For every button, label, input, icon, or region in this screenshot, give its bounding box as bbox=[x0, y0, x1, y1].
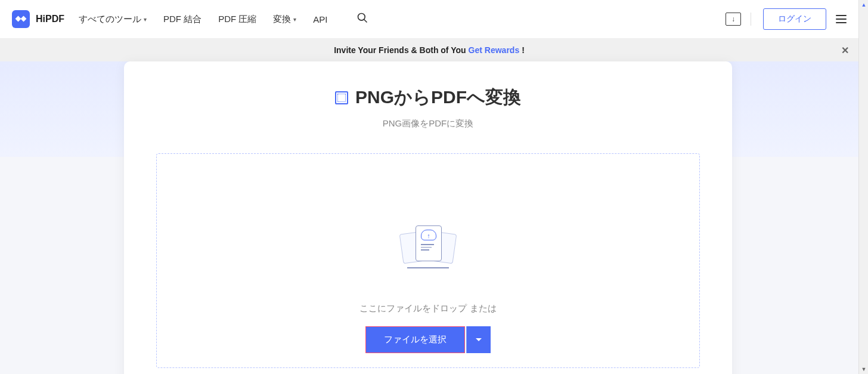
page-title: PNGからPDFへ変換 bbox=[355, 85, 521, 110]
logo-icon[interactable] bbox=[12, 10, 30, 28]
file-dropzone[interactable]: ↑ ここにファイルをドロップ または ファイルを選択 bbox=[156, 153, 700, 368]
scrollbar[interactable]: ▲ ▼ bbox=[858, 0, 868, 374]
brand-name[interactable]: HiPDF bbox=[36, 14, 64, 24]
card-title-row: PNGからPDFへ変換 bbox=[124, 85, 732, 110]
banner-text-prefix: Invite Your Friends & Both of You bbox=[334, 45, 466, 55]
converter-card: PNGからPDFへ変換 PNG画像をPDFに変換 ↑ ここにファイルをドロップ … bbox=[124, 61, 732, 374]
banner-link[interactable]: Get Rewards bbox=[469, 45, 520, 55]
nav-api[interactable]: API bbox=[313, 14, 327, 24]
close-icon[interactable]: ✕ bbox=[841, 45, 849, 56]
scroll-down-arrow-icon[interactable]: ▼ bbox=[859, 364, 868, 374]
nav-label: API bbox=[313, 14, 327, 24]
nav-convert[interactable]: 変換 ▾ bbox=[273, 14, 296, 25]
drop-instruction-text: ここにファイルをドロップ または bbox=[359, 303, 496, 314]
select-button-group: ファイルを選択 bbox=[365, 326, 491, 353]
nav-label: 変換 bbox=[273, 14, 291, 25]
scroll-up-arrow-icon[interactable]: ▲ bbox=[859, 0, 868, 10]
banner-text-suffix: ! bbox=[522, 45, 525, 55]
nav: すべてのツール ▾ PDF 結合 PDF 圧縮 変換 ▾ API bbox=[79, 12, 368, 26]
svg-line-1 bbox=[364, 20, 367, 23]
png-file-icon bbox=[335, 91, 348, 104]
download-icon[interactable] bbox=[726, 13, 741, 26]
promo-banner: Invite Your Friends & Both of You Get Re… bbox=[0, 39, 858, 61]
chevron-down-icon: ▾ bbox=[293, 16, 296, 23]
divider bbox=[751, 13, 751, 26]
chevron-down-icon bbox=[475, 338, 482, 342]
nav-merge[interactable]: PDF 結合 bbox=[163, 14, 202, 25]
nav-all-tools[interactable]: すべてのツール ▾ bbox=[79, 14, 147, 25]
login-button[interactable]: ログイン bbox=[763, 8, 826, 30]
page-subtitle: PNG画像をPDFに変換 bbox=[124, 118, 732, 129]
nav-label: PDF 圧縮 bbox=[218, 14, 256, 25]
chevron-down-icon: ▾ bbox=[144, 16, 147, 23]
upload-illustration-icon: ↑ bbox=[401, 225, 455, 267]
search-icon[interactable] bbox=[356, 12, 368, 26]
select-file-button[interactable]: ファイルを選択 bbox=[365, 326, 465, 353]
svg-point-0 bbox=[358, 14, 365, 21]
select-file-dropdown-button[interactable] bbox=[466, 326, 491, 353]
nav-label: すべてのツール bbox=[79, 14, 141, 25]
header: HiPDF すべてのツール ▾ PDF 結合 PDF 圧縮 変換 ▾ API ロ… bbox=[0, 0, 858, 39]
nav-compress[interactable]: PDF 圧縮 bbox=[218, 14, 256, 25]
hamburger-menu-icon[interactable] bbox=[836, 15, 847, 23]
nav-label: PDF 結合 bbox=[163, 14, 202, 25]
